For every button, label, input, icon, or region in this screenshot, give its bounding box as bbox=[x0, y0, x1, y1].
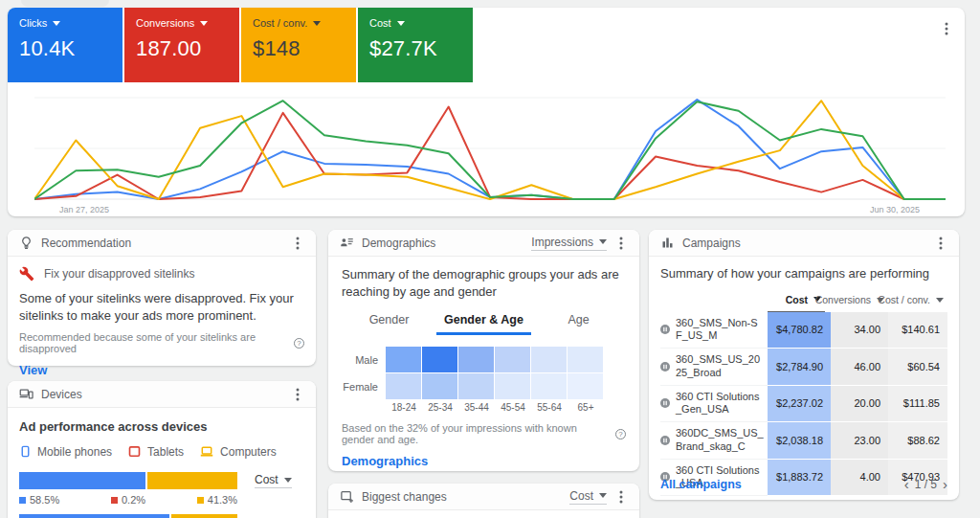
impressions-metric-selector[interactable]: Impressions bbox=[531, 236, 607, 251]
campaign-cost-value: $2,784.90 bbox=[768, 349, 831, 386]
campaign-row: 360_SMS_Non-SF_US_M$4,780.8234.00$140.61 bbox=[660, 312, 947, 349]
campaigns-summary: Summary of how your campaigns are perfor… bbox=[660, 265, 947, 282]
legend-item-computers: Computers bbox=[199, 444, 277, 459]
campaign-cost-per-conv-value: $111.85 bbox=[888, 386, 947, 423]
devices-card-header: Devices bbox=[8, 381, 316, 408]
device-stacked-bar-second bbox=[19, 514, 237, 518]
recommendation-card: Recommendation Fix your disapproved site… bbox=[8, 230, 316, 366]
campaign-cost-value: $2,038.18 bbox=[768, 422, 831, 460]
chart-line-cost-conv- bbox=[34, 101, 946, 199]
demographics-link[interactable]: Demographics bbox=[342, 454, 428, 468]
metric-selector-conversions[interactable]: Conversions bbox=[136, 17, 228, 29]
demographics-summary: Summary of the demographic groups your a… bbox=[342, 266, 626, 300]
tab-gender-and-age[interactable]: Gender & Age bbox=[436, 309, 531, 335]
biggest-changes-metric-selector[interactable]: Cost bbox=[569, 489, 607, 505]
device-metric-selector[interactable]: Cost bbox=[255, 473, 292, 488]
heatmap-row-label: Male bbox=[342, 347, 386, 372]
card-title: Campaigns bbox=[682, 236, 741, 250]
view-link[interactable]: View bbox=[19, 363, 47, 377]
phone-icon bbox=[19, 444, 32, 459]
campaign-name: 360_SMS_US_2025_Broad bbox=[676, 353, 764, 380]
metric-label: Clicks bbox=[19, 17, 47, 29]
bar-segment-label: 0.2% bbox=[111, 494, 145, 506]
card-title: Demographics bbox=[362, 236, 435, 250]
column-header-cost-per-conv[interactable]: Cost / conv. bbox=[888, 290, 947, 311]
next-page-icon[interactable]: › bbox=[943, 477, 947, 491]
legend-swatch bbox=[111, 497, 118, 504]
heatmap-cell-male-45-54 bbox=[495, 347, 530, 372]
help-icon[interactable]: ? bbox=[615, 429, 626, 439]
campaigns-card-header: Campaigns bbox=[649, 230, 959, 257]
age-gender-heatmap: MaleFemale18-2425-3435-4445-5455-6465+ bbox=[342, 347, 626, 413]
metric-card-clicks: Clicks 10.4K bbox=[8, 8, 122, 82]
bar-segment bbox=[171, 514, 237, 518]
bar-segment bbox=[19, 514, 169, 518]
kebab-menu-icon[interactable] bbox=[614, 236, 628, 251]
heatmap-cell-female-35-44 bbox=[458, 373, 494, 399]
kebab-menu-icon[interactable] bbox=[934, 236, 947, 251]
campaign-cost-per-conv-value: $60.54 bbox=[888, 349, 947, 386]
campaign-name-cell[interactable]: 360_SMS_US_2025_Broad bbox=[660, 349, 768, 386]
bar-segment-label: 41.3% bbox=[197, 494, 237, 506]
demographics-card-header: Demographics Impressions bbox=[328, 230, 639, 257]
bar-chart-icon bbox=[660, 236, 675, 250]
heatmap-age-tick: 18-24 bbox=[386, 402, 422, 413]
wrench-icon bbox=[19, 266, 34, 282]
campaign-conversions-value: 20.00 bbox=[831, 386, 888, 423]
tab-gender[interactable]: Gender bbox=[342, 309, 436, 335]
campaign-cost-per-conv-value: $88.62 bbox=[888, 422, 947, 460]
legend-swatch bbox=[19, 497, 26, 504]
legend-item-mobile: Mobile phones bbox=[19, 444, 112, 459]
demographics-icon bbox=[340, 236, 354, 250]
devices-summary: Ad performance across devices bbox=[19, 419, 304, 434]
help-icon[interactable]: ? bbox=[294, 338, 304, 349]
campaign-name-cell[interactable]: 360_SMS_Non-SF_US_M bbox=[660, 312, 768, 349]
all-campaigns-link[interactable]: All campaigns bbox=[660, 478, 742, 491]
biggest-changes-card: Biggest changes Cost bbox=[328, 484, 639, 518]
metric-card-cost-per-conv: Cost / conv. $148 bbox=[241, 8, 356, 82]
chevron-down-icon bbox=[599, 239, 607, 244]
campaign-name: 360DC_SMS_US_Brand_skag_C bbox=[676, 427, 764, 454]
chevron-down-icon bbox=[284, 478, 292, 483]
recommendation-item: Fix your disapproved sitelinks bbox=[19, 266, 304, 282]
chevron-down-icon bbox=[200, 21, 208, 26]
metric-selector-clicks[interactable]: Clicks bbox=[19, 17, 111, 29]
demographics-tabs: Gender Gender & Age Age bbox=[342, 309, 626, 335]
chevron-down-icon bbox=[397, 21, 405, 26]
campaign-row: 360_SMS_US_2025_Broad$2,784.9046.00$60.5… bbox=[660, 349, 947, 386]
demographics-card: Demographics Impressions Summary of the … bbox=[328, 230, 639, 471]
campaign-name: 360 CTI Solutions_Gen_USA bbox=[676, 391, 764, 417]
page-indicator: 1 / 5 bbox=[915, 478, 937, 491]
tab-age[interactable]: Age bbox=[531, 309, 626, 335]
kebab-menu-icon[interactable] bbox=[614, 489, 628, 505]
previous-page-icon[interactable]: ‹ bbox=[904, 477, 909, 491]
campaign-conversions-value: 23.00 bbox=[831, 422, 888, 460]
legend-item-tablets: Tablets bbox=[127, 444, 184, 459]
heatmap-age-tick: 25-34 bbox=[422, 402, 458, 413]
heatmap-age-tick: 55-64 bbox=[531, 402, 568, 413]
campaign-name-cell[interactable]: 360 CTI Solutions_Gen_USA bbox=[660, 386, 768, 423]
heatmap-cell-female-18-24 bbox=[386, 373, 421, 399]
kebab-menu-icon[interactable] bbox=[940, 21, 953, 36]
paused-status-icon bbox=[660, 436, 670, 445]
heatmap-cell-female-25-34 bbox=[422, 373, 457, 399]
chevron-down-icon bbox=[53, 21, 60, 26]
chart-start-date: Jan 27, 2025 bbox=[59, 205, 109, 214]
metric-selector-cost[interactable]: Cost bbox=[369, 17, 461, 29]
metric-label: Cost bbox=[369, 17, 391, 29]
heatmap-row-female: Female bbox=[342, 373, 626, 399]
device-stacked-bar-cost bbox=[19, 472, 237, 489]
top-edge-tab-stub bbox=[21, 0, 109, 7]
campaign-conversions-value: 46.00 bbox=[831, 349, 888, 386]
kebab-menu-icon[interactable] bbox=[291, 387, 304, 402]
sort-arrow-icon bbox=[936, 298, 944, 303]
heatmap-cell-male-55-64 bbox=[531, 347, 567, 372]
metric-selector-cost-per-conv[interactable]: Cost / conv. bbox=[253, 17, 345, 29]
campaigns-card: Campaigns Summary of how your campaigns … bbox=[649, 230, 959, 500]
recommendation-item-title: Fix your disapproved sitelinks bbox=[44, 267, 194, 281]
kebab-menu-icon[interactable] bbox=[291, 236, 304, 251]
card-title: Recommendation bbox=[41, 236, 131, 250]
campaign-name-cell[interactable]: 360DC_SMS_US_Brand_skag_C bbox=[660, 422, 768, 460]
tablet-icon bbox=[127, 444, 142, 459]
heatmap-cell-male-65+ bbox=[568, 347, 603, 372]
